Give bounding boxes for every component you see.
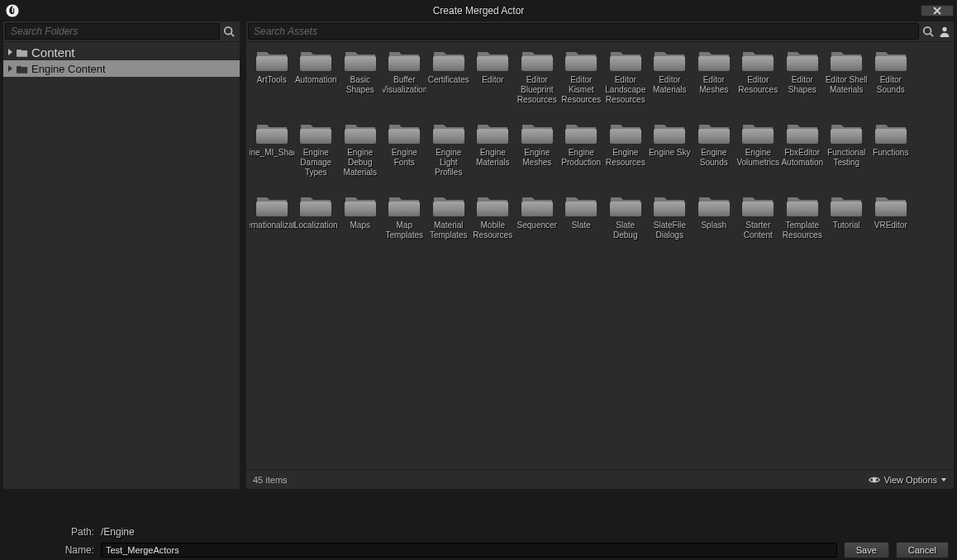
asset-folder-label: Engine Fonts xyxy=(383,148,427,187)
asset-folder-label: Engine Volumetrics xyxy=(736,148,781,187)
asset-folder-item[interactable]: Engine_MI_Shaders xyxy=(250,118,294,191)
svg-rect-9 xyxy=(521,56,553,71)
asset-folder-item[interactable]: Engine Sounds xyxy=(692,118,736,191)
asset-folder-label: Maps xyxy=(350,221,371,260)
asset-folder-item[interactable]: Material Templates xyxy=(426,191,471,263)
user-icon[interactable] xyxy=(937,23,952,40)
asset-folder-item[interactable]: Engine Resources xyxy=(603,118,648,191)
asset-folder-item[interactable]: Editor Blueprint Resources xyxy=(515,45,559,118)
save-button[interactable]: Save xyxy=(844,542,889,558)
asset-folder-item[interactable]: Basic Shapes xyxy=(338,45,383,118)
svg-rect-38 xyxy=(477,202,508,216)
svg-rect-17 xyxy=(875,56,907,71)
asset-folder-item[interactable]: Engine Sky xyxy=(648,118,693,191)
asset-folder-item[interactable]: Starter Content xyxy=(736,191,781,263)
tree-item[interactable]: Content xyxy=(3,44,240,60)
cancel-button[interactable]: Cancel xyxy=(896,542,949,558)
asset-folder-item[interactable]: Engine Volumetrics xyxy=(736,118,781,191)
asset-folder-item[interactable]: Engine Meshes xyxy=(515,118,559,191)
svg-rect-4 xyxy=(300,56,331,71)
asset-folder-item[interactable]: Functional Testing xyxy=(825,118,869,191)
svg-rect-24 xyxy=(521,129,553,144)
svg-rect-47 xyxy=(875,202,907,216)
svg-rect-29 xyxy=(742,129,774,144)
svg-rect-21 xyxy=(388,129,420,144)
svg-rect-5 xyxy=(345,56,376,71)
asset-folder-item[interactable]: Editor Materials xyxy=(648,45,693,118)
asset-folder-label: Buffer Visualization xyxy=(383,75,427,115)
asset-folder-label: Map Templates xyxy=(383,221,427,260)
asset-folder-item[interactable]: Engine Debug Materials xyxy=(338,118,383,191)
asset-folder-item[interactable]: Sequencer xyxy=(515,191,559,263)
asset-folder-item[interactable]: Editor Kismet Resources xyxy=(559,45,604,118)
asset-folder-item[interactable]: Template Resources xyxy=(780,191,825,263)
svg-rect-19 xyxy=(300,129,331,144)
asset-folder-item[interactable]: ArtTools xyxy=(250,45,294,118)
asset-folder-label: ArtTools xyxy=(256,75,288,115)
asset-folder-item[interactable]: Editor Shell Materials xyxy=(825,45,869,118)
search-icon[interactable] xyxy=(220,23,238,40)
svg-rect-25 xyxy=(565,129,597,144)
asset-folder-item[interactable]: Slate Debug xyxy=(603,191,648,263)
asset-folder-item[interactable]: Engine Light Profiles xyxy=(426,118,471,191)
asset-folder-label: Automation xyxy=(294,75,338,115)
asset-folder-item[interactable]: Certificates xyxy=(426,45,471,118)
name-input[interactable] xyxy=(101,543,837,558)
asset-folder-label: Editor Landscape Resources xyxy=(603,75,648,115)
bottom-form: Path: /Engine Name: Save Cancel xyxy=(0,520,957,560)
asset-folder-item[interactable]: Automation xyxy=(294,45,339,118)
asset-folder-label: Sequencer xyxy=(517,221,558,260)
asset-folder-item[interactable]: Mobile Resources xyxy=(471,191,516,263)
asset-folder-label: Engine Sounds xyxy=(692,148,736,187)
asset-browser-panel: ArtTools Automation Basic Shapes Buffer … xyxy=(246,21,954,489)
asset-folder-item[interactable]: SlateFile Dialogs xyxy=(648,191,693,263)
asset-folder-item[interactable]: Editor Shapes xyxy=(780,45,825,118)
svg-rect-31 xyxy=(831,129,862,144)
asset-folder-item[interactable]: Map Templates xyxy=(383,191,427,263)
asset-folder-item[interactable]: Engine Materials xyxy=(471,118,516,191)
asset-footer: 45 items View Options xyxy=(246,469,954,489)
asset-folder-item[interactable]: Splash xyxy=(692,191,736,263)
asset-folder-label: Mobile Resources xyxy=(471,221,516,260)
svg-rect-16 xyxy=(831,56,862,71)
asset-folder-item[interactable]: Editor Landscape Resources xyxy=(603,45,648,118)
asset-folder-label: Engine Light Profiles xyxy=(426,148,471,187)
svg-rect-20 xyxy=(345,129,376,144)
path-label: Path: xyxy=(8,526,94,538)
asset-folder-label: Engine_MI_Shaders xyxy=(250,148,294,187)
window-close-button[interactable] xyxy=(921,5,954,17)
asset-folder-label: Slate Debug xyxy=(603,221,648,260)
asset-folder-item[interactable]: Internationalization xyxy=(250,191,294,263)
asset-folder-item[interactable]: Editor Meshes xyxy=(692,45,736,118)
asset-folder-item[interactable]: VREditor xyxy=(869,191,913,263)
asset-folder-item[interactable]: FbxEditor Automation xyxy=(780,118,825,191)
asset-folder-item[interactable]: Maps xyxy=(338,191,383,263)
svg-rect-15 xyxy=(787,56,818,71)
search-icon[interactable] xyxy=(919,23,937,40)
folder-search-row xyxy=(3,21,240,42)
asset-folder-item[interactable]: Engine Damage Types xyxy=(294,118,339,191)
asset-folder-item[interactable]: Localization xyxy=(294,191,339,263)
asset-folder-label: Editor Resources xyxy=(736,75,781,115)
svg-rect-7 xyxy=(433,56,464,71)
asset-folder-item[interactable]: Editor Resources xyxy=(736,45,781,118)
asset-folder-item[interactable]: Engine Production xyxy=(559,118,604,191)
asset-folder-label: Editor Shell Materials xyxy=(825,75,869,115)
tree-item[interactable]: Engine Content xyxy=(3,60,240,77)
asset-folder-item[interactable]: Editor xyxy=(471,45,516,118)
path-value: /Engine xyxy=(101,526,135,538)
asset-folder-item[interactable]: Buffer Visualization xyxy=(383,45,427,118)
asset-search-input[interactable] xyxy=(248,23,919,40)
svg-rect-10 xyxy=(565,56,597,71)
svg-point-2 xyxy=(942,27,946,31)
asset-grid-scroll[interactable]: ArtTools Automation Basic Shapes Buffer … xyxy=(246,42,954,469)
asset-folder-item[interactable]: Editor Sounds xyxy=(869,45,913,118)
view-options-button[interactable]: View Options xyxy=(869,475,947,485)
asset-folder-item[interactable]: Slate xyxy=(559,191,604,263)
folder-search-input[interactable] xyxy=(5,23,220,40)
asset-folder-label: Engine Production xyxy=(559,148,604,187)
asset-folder-item[interactable]: Tutorial xyxy=(825,191,869,263)
svg-rect-43 xyxy=(698,202,730,216)
asset-folder-item[interactable]: Engine Fonts xyxy=(383,118,427,191)
asset-folder-item[interactable]: Functions xyxy=(869,118,913,191)
